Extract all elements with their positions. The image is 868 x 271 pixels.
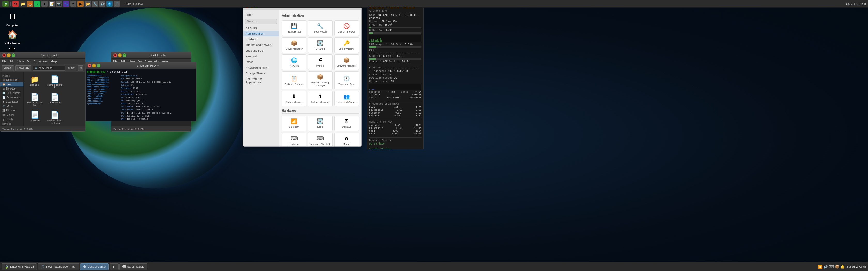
cc-item-gparted[interactable]: 💽 GParted	[308, 37, 333, 53]
panel-app-gimp[interactable]: 🐾	[63, 1, 69, 7]
applet-menu[interactable]: 🍃	[2, 1, 8, 7]
cc-item-keyboard-shortcuts[interactable]: ⌨ Keyboard Shortcuts	[308, 133, 333, 146]
desktop-icon-computer[interactable]: 🖥 Places Computer	[2, 10, 23, 27]
tray-dropbox-icon[interactable]: 📦	[835, 265, 839, 269]
panel-app-spotify[interactable]: ♪	[34, 1, 40, 7]
panel-app-terminal[interactable]: ▮	[41, 1, 48, 7]
cc-task-preferred-apps[interactable]: Set Preferred Applications	[243, 76, 279, 85]
taskbar-clock[interactable]: Sat Jul 2, 06:58	[847, 265, 866, 268]
cc-task-change-theme[interactable]: Change Theme	[243, 70, 279, 76]
cc-item-backup-tool[interactable]: 💾 Backup Tool	[282, 21, 306, 36]
home-icon: 🏠	[6, 28, 19, 41]
taskbar-terminal[interactable]: ▮	[110, 263, 119, 270]
minimize-button[interactable]: ─	[7, 54, 10, 57]
panel-app-mixer[interactable]: 🎵	[114, 1, 120, 7]
panel-app-firefox[interactable]: 🦊	[27, 1, 33, 7]
cc-item-keyboard[interactable]: ⌨ Keyboard	[282, 133, 306, 146]
cc-item-disks[interactable]: 💽 Disks	[308, 115, 333, 131]
menu-edit[interactable]: Edit	[9, 60, 14, 63]
tray-network-icon[interactable]: 📶	[818, 265, 822, 269]
proc-spotify: spotify0.573.82	[369, 114, 421, 117]
sidebar-item-desktop[interactable]: 🖥Desktop	[0, 87, 23, 91]
terminal-content[interactable]: erik@erik-P5Q ~ $ screenfetch MMMMMMMMMM…	[86, 69, 196, 121]
menu-bookmarks[interactable]: Bookmarks	[34, 60, 48, 63]
cc-group-other[interactable]: Other	[243, 59, 279, 65]
taskbar-linux-mint[interactable]: 🍃 Linux Mint Mate 18	[2, 263, 37, 270]
sidebar-item-computer[interactable]: 🖥Computer	[0, 78, 23, 82]
maximize-button[interactable]: □	[11, 54, 15, 57]
sidebar-item-documents[interactable]: 📄Documents	[0, 95, 23, 100]
cc-item-network[interactable]: 🌐 Network	[282, 55, 306, 70]
cc-item-domain-blocker[interactable]: 🚫 Domain Blocker	[334, 21, 359, 36]
tray-input-icon[interactable]: ⌨	[829, 265, 834, 269]
cc-item-mouse[interactable]: 🖱 Mouse	[334, 133, 359, 146]
file-item-change-color[interactable]: 📄 change-color.sh	[46, 74, 64, 90]
panel-app-sound[interactable]: 🔊	[99, 1, 105, 7]
view-toggle[interactable]: ⊞	[78, 65, 84, 71]
sardi-close-button[interactable]: ✕	[114, 54, 117, 57]
panel-app-thunar[interactable]: 📂	[85, 1, 91, 7]
cc-item-synaptic[interactable]: 📦 Synaptic Package Manager	[308, 71, 333, 89]
terminal-min-button[interactable]: ─	[92, 64, 96, 67]
cc-item-login-window[interactable]: 🔑 Login Window	[334, 37, 359, 53]
menu-go[interactable]: Go	[27, 60, 30, 63]
sidebar-item-downloads[interactable]: ⬇Downloads	[0, 100, 23, 104]
cc-group-internet-network[interactable]: Internet and Network	[243, 42, 279, 48]
terminal-max-button[interactable]: □	[97, 64, 100, 67]
sardi-max-button[interactable]: □	[123, 54, 126, 57]
panel-app-inkscape[interactable]: ✒	[70, 1, 76, 7]
sidebar-item-trash[interactable]: 🗑Trash	[0, 117, 23, 122]
panel-app-steam[interactable]: 💠	[106, 1, 113, 7]
sidebar-item-filesystem[interactable]: 💽File System	[0, 91, 23, 95]
tray-update-icon[interactable]: 🔔	[840, 265, 845, 269]
sidebar-item-music[interactable]: 🎵Music	[0, 104, 23, 108]
cc-group-administration[interactable]: Administration	[243, 31, 279, 36]
menu-file[interactable]: File	[2, 60, 6, 63]
cc-item-bluetooth[interactable]: 📶 Bluetooth	[282, 115, 306, 131]
sardi-min-button[interactable]: ─	[118, 54, 122, 57]
cc-item-driver-manager[interactable]: 📦 Driver Manager	[282, 37, 306, 53]
forward-button[interactable]: Forward ▶	[16, 65, 31, 71]
cc-section-administration: Administration	[282, 14, 359, 18]
panel-app-vlc[interactable]: ▶	[78, 1, 84, 7]
panel-app-editor[interactable]: 📝	[49, 1, 55, 7]
tray-sound-icon[interactable]: 🔊	[823, 265, 828, 269]
cc-item-software-manager[interactable]: 📦 Software Manager	[334, 55, 359, 70]
file-item-cache[interactable]: 📄 icon-theme.cache	[26, 92, 44, 108]
taskbar-sardi[interactable]: 🖼 Sardi Flexible	[119, 263, 147, 270]
location-bar[interactable]: 💻 erik ▸ .icons	[33, 66, 65, 71]
taskbar-music[interactable]: 🎵 Kevin Saunderson - R...	[38, 263, 79, 270]
file-item-license[interactable]: 📃 LICENSE	[26, 110, 44, 126]
file-item-scalable[interactable]: 📁 scalable	[26, 74, 44, 90]
file-item-random[interactable]: 📄 random-change-color.sh	[46, 110, 64, 126]
panel-app-files[interactable]: 📁	[20, 1, 26, 7]
cc-item-software-sources[interactable]: 📋 Software Sources	[282, 71, 306, 89]
cc-item-printers[interactable]: 🖨 Printers	[308, 55, 333, 70]
panel-app-config[interactable]: 🔧	[92, 1, 98, 7]
cc-item-update-manager[interactable]: ⬇ Update Manager	[282, 91, 306, 106]
panel-app-screenshot[interactable]: 📷	[56, 1, 62, 7]
cc-group-look-feel[interactable]: Look and Feel	[243, 48, 279, 54]
taskbar-control-center[interactable]: ⚙ Control Center	[80, 263, 109, 270]
panel-app-settings[interactable]: ⚙	[12, 1, 19, 7]
close-button[interactable]: ✕	[2, 54, 6, 57]
file-item-index[interactable]: 📄 index.theme	[46, 92, 64, 108]
cc-item-displays[interactable]: 🖥 Displays	[334, 115, 359, 131]
cc-search-input[interactable]	[245, 19, 277, 24]
terminal-close-button[interactable]: ✕	[88, 64, 91, 67]
cc-group-hardware[interactable]: Hardware	[243, 36, 279, 42]
back-button[interactable]: ◀ Back	[2, 65, 14, 71]
cc-item-boot-repair[interactable]: 🔧 Boot Repair	[308, 21, 333, 36]
desktop-icon-home[interactable]: 🏠 erik's Home	[2, 28, 23, 45]
sidebar-item-pictures[interactable]: 🖼Pictures	[0, 108, 23, 113]
sidebar-item-home[interactable]: 🏠erik	[0, 82, 23, 87]
sidebar-item-videos[interactable]: 🎬Videos	[0, 113, 23, 117]
cc-item-users-groups[interactable]: 👥 Users and Groups	[334, 91, 359, 106]
terminal-title: erik@erik-P5Q: ~	[102, 64, 194, 67]
cc-group-personal[interactable]: Personal	[243, 54, 279, 59]
panel-clock[interactable]: Sat Jul 2, 06:58	[846, 2, 866, 5]
cc-item-upload-manager[interactable]: ⬆ Upload Manager	[308, 91, 333, 106]
cc-item-time-date[interactable]: 🕐 Time and Date	[334, 71, 359, 89]
menu-view[interactable]: View	[18, 60, 24, 63]
menu-help[interactable]: Help	[51, 60, 57, 63]
